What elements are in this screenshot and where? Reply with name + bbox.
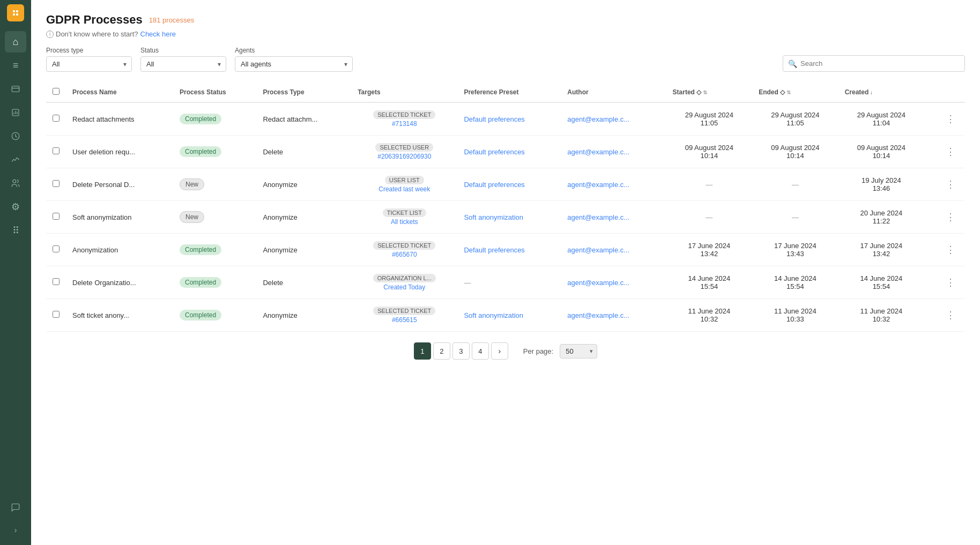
target-link[interactable]: #20639169206930: [358, 153, 451, 160]
info-icon: i: [46, 31, 54, 38]
search-icon: 🔍: [788, 59, 797, 68]
row-checkbox[interactable]: [53, 311, 60, 318]
created-cell: 09 August 202410:14: [838, 136, 925, 168]
row-checkbox[interactable]: [53, 115, 60, 122]
sidebar-item-reports[interactable]: [5, 102, 26, 123]
author-cell: agent@example.c...: [561, 102, 666, 136]
preference-link[interactable]: Soft anonymization: [464, 311, 523, 319]
row-checkbox[interactable]: [53, 213, 60, 220]
page-btn-4[interactable]: 4: [472, 342, 489, 360]
started-cell: 29 August 202411:05: [666, 102, 753, 136]
sidebar-item-home[interactable]: ⌂: [5, 31, 26, 53]
author-link[interactable]: agent@example.c...: [567, 148, 629, 156]
sidebar-item-users[interactable]: [5, 173, 26, 194]
row-checkbox[interactable]: [53, 278, 60, 285]
author-link[interactable]: agent@example.c...: [567, 279, 629, 287]
author-link[interactable]: agent@example.c...: [567, 115, 629, 123]
preference-cell: Default preferences: [457, 136, 561, 168]
row-actions-button[interactable]: ⋮: [942, 177, 959, 191]
row-checkbox[interactable]: [53, 245, 60, 252]
target-badge: SELECTED TICKET: [373, 241, 435, 250]
target-cell: SELECTED USER #20639169206930: [351, 136, 457, 168]
author-link[interactable]: agent@example.c...: [567, 311, 629, 319]
svg-rect-1: [13, 10, 15, 12]
sidebar-collapse-button[interactable]: ›: [5, 519, 26, 541]
target-link[interactable]: All tickets: [358, 218, 451, 226]
preference-link[interactable]: Default preferences: [464, 246, 524, 254]
per-page-select[interactable]: 10 25 50 100: [560, 344, 597, 359]
preference-cell: Default preferences: [457, 102, 561, 136]
created-cell: 14 June 202415:54: [838, 266, 925, 299]
row-actions-button[interactable]: ⋮: [942, 210, 959, 224]
processes-table: Process Name Process Status Process Type…: [46, 83, 965, 332]
th-process-status: Process Status: [173, 83, 256, 102]
th-process-name: Process Name: [66, 83, 173, 102]
ended-cell: 11 June 202410:33: [752, 299, 838, 332]
page-btn-1[interactable]: 1: [414, 342, 431, 360]
preference-link[interactable]: Default preferences: [464, 148, 524, 156]
row-actions-button[interactable]: ⋮: [942, 275, 959, 289]
agents-filter: Agents All agents: [235, 47, 353, 72]
author-link[interactable]: agent@example.c...: [567, 213, 629, 221]
target-link[interactable]: Created Today: [358, 283, 451, 291]
agents-select[interactable]: All agents: [235, 56, 353, 72]
row-checkbox-cell: [46, 136, 66, 168]
th-started[interactable]: Started ◇: [666, 83, 753, 102]
table-wrapper: Process Name Process Status Process Type…: [46, 83, 965, 332]
sidebar-item-tickets[interactable]: [5, 78, 26, 100]
search-input[interactable]: [783, 55, 965, 72]
svg-rect-5: [12, 86, 19, 92]
th-created[interactable]: Created: [838, 83, 925, 102]
actions-cell: ⋮: [924, 201, 965, 234]
select-all-checkbox[interactable]: [53, 88, 60, 95]
row-actions-button[interactable]: ⋮: [942, 308, 959, 322]
sidebar-item-apps[interactable]: ⠿: [5, 220, 26, 241]
sidebar-item-menu[interactable]: ≡: [5, 55, 26, 76]
sidebar-item-time[interactable]: [5, 125, 26, 147]
target-link[interactable]: #665670: [358, 251, 451, 258]
preference-link[interactable]: Soft anonymization: [464, 213, 523, 221]
page-btn-2[interactable]: 2: [433, 342, 450, 360]
page-next-btn[interactable]: ›: [491, 342, 508, 360]
target-cell: SELECTED TICKET #713148: [351, 102, 457, 136]
th-targets: Targets: [351, 83, 457, 102]
actions-cell: ⋮: [924, 168, 965, 201]
main-content: GDPR Processes 181 processes i Don't kno…: [31, 0, 980, 545]
ended-cell: 14 June 202415:54: [752, 266, 838, 299]
status-select[interactable]: All Completed New: [140, 56, 226, 72]
row-checkbox-cell: [46, 234, 66, 266]
row-actions-button[interactable]: ⋮: [942, 112, 959, 126]
target-link[interactable]: Created last week: [358, 185, 451, 193]
author-link[interactable]: agent@example.c...: [567, 246, 629, 254]
author-cell: agent@example.c...: [561, 136, 666, 168]
page-btn-3[interactable]: 3: [452, 342, 470, 360]
author-link[interactable]: agent@example.c...: [567, 181, 629, 189]
sidebar-item-settings[interactable]: ⚙: [5, 196, 26, 218]
process-type-select[interactable]: All Delete Anonymize Redact: [46, 56, 132, 72]
ended-dash: —: [792, 213, 799, 221]
row-checkbox-cell: [46, 299, 66, 332]
help-link[interactable]: Check here: [140, 30, 176, 38]
author-cell: agent@example.c...: [561, 266, 666, 299]
preference-link[interactable]: Default preferences: [464, 181, 524, 189]
sidebar-item-analytics[interactable]: [5, 149, 26, 170]
search-wrapper: 🔍: [783, 55, 965, 72]
preference-link[interactable]: Default preferences: [464, 115, 524, 123]
table-row: User deletion requ... Completed Delete S…: [46, 136, 965, 168]
row-checkbox[interactable]: [53, 147, 60, 154]
row-actions-button[interactable]: ⋮: [942, 243, 959, 257]
process-type-cell: Delete: [256, 266, 351, 299]
target-link[interactable]: #665615: [358, 316, 451, 324]
row-actions-button[interactable]: ⋮: [942, 145, 959, 159]
author-cell: agent@example.c...: [561, 201, 666, 234]
process-status-cell: New: [173, 168, 256, 201]
status-filter: Status All Completed New: [140, 47, 226, 72]
row-checkbox[interactable]: [53, 180, 60, 187]
th-ended[interactable]: Ended ◇: [752, 83, 838, 102]
target-cell: SELECTED TICKET #665615: [351, 299, 457, 332]
sidebar-item-chat[interactable]: [5, 497, 26, 518]
target-link[interactable]: #713148: [358, 120, 451, 128]
table-row: Delete Personal D... New Anonymize USER …: [46, 168, 965, 201]
target-badge: SELECTED TICKET: [373, 307, 435, 315]
actions-cell: ⋮: [924, 102, 965, 136]
